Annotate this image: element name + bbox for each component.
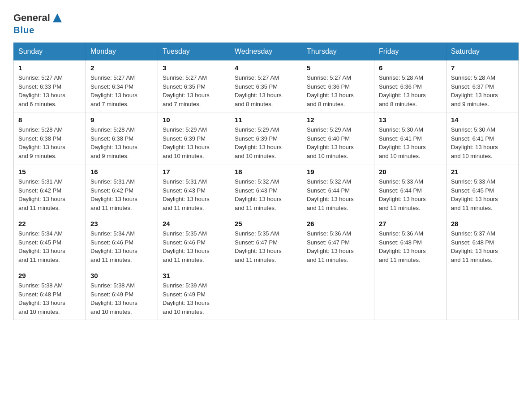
sunset-label: Sunset: 6:43 PM [163,187,206,194]
day-info: Sunrise: 5:38 AM Sunset: 6:48 PM Dayligh… [18,281,81,316]
daylight-label: Daylight: 13 hours [451,144,498,150]
daylight-label: Daylight: 13 hours [379,248,426,254]
sunrise-label: Sunrise: 5:32 AM [307,178,351,185]
daylight-minutes: and 7 minutes. [163,101,201,107]
sunset-label: Sunset: 6:45 PM [451,187,494,194]
sunrise-label: Sunrise: 5:38 AM [18,282,63,289]
calendar-day-cell: 11 Sunrise: 5:29 AM Sunset: 6:39 PM Dayl… [230,112,302,164]
sunrise-label: Sunrise: 5:34 AM [18,230,63,237]
calendar-day-cell: 24 Sunrise: 5:35 AM Sunset: 6:46 PM Dayl… [158,216,230,268]
sunset-label: Sunset: 6:38 PM [90,135,133,142]
weekday-header-wednesday: Wednesday [230,43,302,60]
day-number: 4 [235,64,297,72]
calendar-day-cell: 27 Sunrise: 5:36 AM Sunset: 6:48 PM Dayl… [374,216,446,268]
day-info: Sunrise: 5:38 AM Sunset: 6:49 PM Dayligh… [90,281,153,316]
day-info: Sunrise: 5:30 AM Sunset: 6:41 PM Dayligh… [451,125,514,160]
daylight-label: Daylight: 13 hours [163,248,210,254]
daylight-label: Daylight: 13 hours [163,92,210,98]
day-info: Sunrise: 5:34 AM Sunset: 6:46 PM Dayligh… [90,229,153,264]
day-number: 24 [163,220,225,227]
day-number: 13 [379,116,442,124]
day-info: Sunrise: 5:28 AM Sunset: 6:37 PM Dayligh… [451,73,514,108]
day-number: 18 [235,168,297,176]
day-info: Sunrise: 5:33 AM Sunset: 6:44 PM Dayligh… [379,177,442,212]
calendar-day-cell [302,268,374,320]
calendar-day-cell [230,268,302,320]
calendar-day-cell: 4 Sunrise: 5:27 AM Sunset: 6:35 PM Dayli… [230,60,302,112]
day-info: Sunrise: 5:37 AM Sunset: 6:48 PM Dayligh… [451,229,514,264]
calendar-week-row: 1 Sunrise: 5:27 AM Sunset: 6:33 PM Dayli… [14,60,519,112]
day-info: Sunrise: 5:31 AM Sunset: 6:43 PM Dayligh… [163,177,225,212]
calendar-day-cell: 7 Sunrise: 5:28 AM Sunset: 6:37 PM Dayli… [446,60,519,112]
daylight-minutes: and 11 minutes. [163,257,204,263]
sunset-label: Sunset: 6:44 PM [379,187,422,194]
sunset-label: Sunset: 6:41 PM [379,135,422,142]
sunset-label: Sunset: 6:46 PM [90,239,133,246]
day-number: 8 [18,116,81,124]
day-info: Sunrise: 5:36 AM Sunset: 6:48 PM Dayligh… [379,229,442,264]
day-info: Sunrise: 5:29 AM Sunset: 6:39 PM Dayligh… [163,125,225,160]
day-info: Sunrise: 5:36 AM Sunset: 6:47 PM Dayligh… [307,229,369,264]
calendar-day-cell: 2 Sunrise: 5:27 AM Sunset: 6:34 PM Dayli… [86,60,158,112]
daylight-minutes: and 11 minutes. [451,205,493,211]
sunrise-label: Sunrise: 5:30 AM [379,126,423,133]
calendar-day-cell: 3 Sunrise: 5:27 AM Sunset: 6:35 PM Dayli… [158,60,230,112]
day-number: 12 [307,116,369,124]
day-number: 17 [163,168,225,176]
day-info: Sunrise: 5:27 AM Sunset: 6:33 PM Dayligh… [18,73,81,108]
day-number: 5 [307,64,369,72]
calendar-day-cell: 20 Sunrise: 5:33 AM Sunset: 6:44 PM Dayl… [374,164,446,216]
sunset-label: Sunset: 6:41 PM [451,135,494,142]
calendar-week-row: 15 Sunrise: 5:31 AM Sunset: 6:42 PM Dayl… [14,164,519,216]
sunrise-label: Sunrise: 5:33 AM [451,178,495,185]
calendar-day-cell [374,268,446,320]
daylight-minutes: and 11 minutes. [307,257,348,263]
sunrise-label: Sunrise: 5:32 AM [235,178,279,185]
sunrise-label: Sunrise: 5:28 AM [18,126,63,133]
day-number: 21 [451,168,514,176]
calendar-day-cell: 31 Sunrise: 5:39 AM Sunset: 6:49 PM Dayl… [158,268,230,320]
daylight-minutes: and 11 minutes. [18,205,60,211]
calendar-day-cell: 15 Sunrise: 5:31 AM Sunset: 6:42 PM Dayl… [14,164,86,216]
weekday-header-row: SundayMondayTuesdayWednesdayThursdayFrid… [14,43,519,60]
sunset-label: Sunset: 6:37 PM [451,83,494,90]
day-number: 11 [235,116,297,124]
day-info: Sunrise: 5:27 AM Sunset: 6:35 PM Dayligh… [235,73,297,108]
daylight-label: Daylight: 13 hours [90,92,137,98]
daylight-label: Daylight: 13 hours [18,248,65,254]
calendar-day-cell: 22 Sunrise: 5:34 AM Sunset: 6:45 PM Dayl… [14,216,86,268]
sunset-label: Sunset: 6:34 PM [90,83,133,90]
daylight-minutes: and 11 minutes. [235,205,276,211]
daylight-label: Daylight: 13 hours [163,196,210,202]
weekday-header-sunday: Sunday [14,43,86,60]
calendar-day-cell: 1 Sunrise: 5:27 AM Sunset: 6:33 PM Dayli… [14,60,86,112]
day-info: Sunrise: 5:33 AM Sunset: 6:45 PM Dayligh… [451,177,514,212]
calendar-day-cell: 18 Sunrise: 5:32 AM Sunset: 6:43 PM Dayl… [230,164,302,216]
day-info: Sunrise: 5:35 AM Sunset: 6:47 PM Dayligh… [235,229,297,264]
calendar-day-cell: 23 Sunrise: 5:34 AM Sunset: 6:46 PM Dayl… [86,216,158,268]
calendar-day-cell: 26 Sunrise: 5:36 AM Sunset: 6:47 PM Dayl… [302,216,374,268]
daylight-minutes: and 11 minutes. [307,205,348,211]
calendar-day-cell: 19 Sunrise: 5:32 AM Sunset: 6:44 PM Dayl… [302,164,374,216]
daylight-minutes: and 7 minutes. [90,101,129,107]
daylight-label: Daylight: 13 hours [235,144,282,150]
sunrise-label: Sunrise: 5:39 AM [163,282,207,289]
daylight-minutes: and 11 minutes. [379,257,420,263]
calendar-day-cell: 16 Sunrise: 5:31 AM Sunset: 6:42 PM Dayl… [86,164,158,216]
sunset-label: Sunset: 6:38 PM [18,135,61,142]
calendar-day-cell: 5 Sunrise: 5:27 AM Sunset: 6:36 PM Dayli… [302,60,374,112]
day-info: Sunrise: 5:35 AM Sunset: 6:46 PM Dayligh… [163,229,225,264]
sunrise-label: Sunrise: 5:28 AM [90,126,135,133]
svg-marker-0 [53,13,62,22]
day-info: Sunrise: 5:28 AM Sunset: 6:38 PM Dayligh… [18,125,81,160]
weekday-header-thursday: Thursday [302,43,374,60]
calendar-day-cell: 21 Sunrise: 5:33 AM Sunset: 6:45 PM Dayl… [446,164,519,216]
sunset-label: Sunset: 6:39 PM [235,135,278,142]
sunrise-label: Sunrise: 5:31 AM [90,178,135,185]
day-number: 16 [90,168,153,176]
day-info: Sunrise: 5:31 AM Sunset: 6:42 PM Dayligh… [18,177,81,212]
weekday-header-saturday: Saturday [446,43,519,60]
calendar-day-cell: 30 Sunrise: 5:38 AM Sunset: 6:49 PM Dayl… [86,268,158,320]
calendar-day-cell: 12 Sunrise: 5:29 AM Sunset: 6:40 PM Dayl… [302,112,374,164]
sunset-label: Sunset: 6:42 PM [90,187,133,194]
